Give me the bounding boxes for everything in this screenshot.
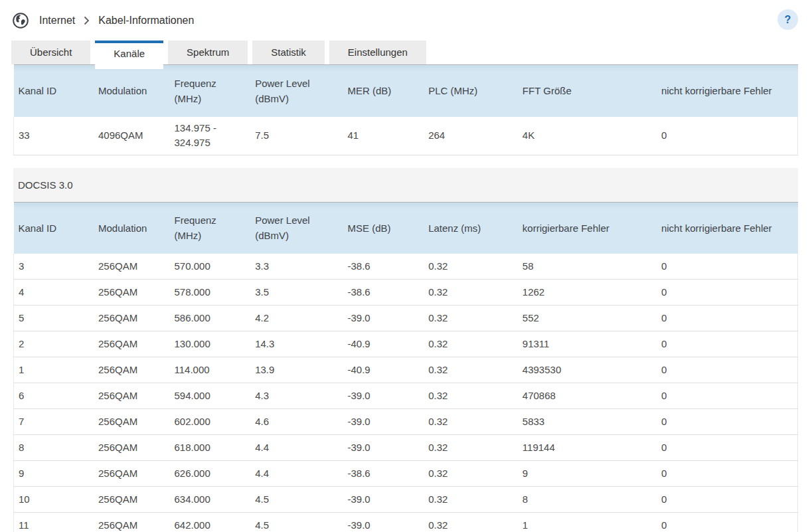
cell: 0 bbox=[657, 357, 798, 383]
table-row: 8256QAM618.0004.4-39.00.321191440 bbox=[14, 435, 798, 461]
cell: 256QAM bbox=[94, 331, 170, 357]
cell: 91311 bbox=[518, 331, 657, 357]
column-header: Kanal ID bbox=[14, 65, 94, 117]
cell: 1262 bbox=[518, 280, 657, 306]
cell: 0 bbox=[657, 435, 798, 461]
cell: 0.32 bbox=[424, 383, 518, 409]
cell: 256QAM bbox=[94, 254, 170, 280]
cell: -39.0 bbox=[343, 409, 424, 435]
tab-kanaele[interactable]: Kanäle bbox=[95, 41, 163, 69]
docsis30-table-header: Kanal IDModulationFrequenz (MHz)Power Le… bbox=[14, 203, 798, 254]
cell: 256QAM bbox=[94, 280, 170, 306]
cell: 602.000 bbox=[170, 409, 251, 435]
cell: 10 bbox=[14, 487, 94, 513]
cell: 1 bbox=[14, 357, 94, 383]
column-header: Power Level (dBmV) bbox=[250, 203, 343, 254]
cell: 14.3 bbox=[250, 331, 343, 357]
cell: 570.000 bbox=[170, 254, 251, 280]
table-row: 6256QAM594.0004.3-39.00.324708680 bbox=[14, 383, 798, 409]
cell: 119144 bbox=[518, 435, 657, 461]
cell: -39.0 bbox=[343, 487, 424, 513]
cell: -39.0 bbox=[343, 383, 424, 409]
docsis30-table: Kanal IDModulationFrequenz (MHz)Power Le… bbox=[13, 202, 798, 532]
page-title: Kabel-Informationen bbox=[98, 15, 194, 27]
cell: 256QAM bbox=[94, 306, 170, 331]
cell: 0 bbox=[657, 306, 798, 331]
table-row: 7256QAM602.0004.6-39.00.3258330 bbox=[14, 409, 798, 435]
cell: -39.0 bbox=[343, 513, 424, 532]
breadcrumb-section[interactable]: Internet bbox=[39, 15, 75, 27]
column-header: Modulation bbox=[94, 65, 170, 117]
docsis31-table: Kanal IDModulationFrequenz (MHz)Power Le… bbox=[13, 64, 798, 155]
cell: -40.9 bbox=[343, 331, 424, 357]
tab-spektrum[interactable]: Spektrum bbox=[168, 41, 248, 64]
table-row: 2256QAM130.00014.3-40.90.32913110 bbox=[14, 331, 798, 357]
chevron-right-icon bbox=[84, 16, 90, 25]
table-row: Kanal IDModulationFrequenz (MHz)Power Le… bbox=[14, 65, 798, 117]
cell: -38.6 bbox=[343, 280, 424, 306]
cell: 4.6 bbox=[250, 409, 343, 435]
cell: 5 bbox=[14, 306, 94, 331]
column-header: Power Level (dBmV) bbox=[250, 65, 343, 117]
table-row: 11256QAM642.0004.5-39.00.3210 bbox=[14, 513, 798, 532]
cell: 4.4 bbox=[250, 461, 343, 487]
docsis30-table-body: 3256QAM570.0003.3-38.60.325804256QAM578.… bbox=[14, 254, 798, 532]
cell: 256QAM bbox=[94, 409, 170, 435]
cell: 0.32 bbox=[424, 331, 518, 357]
cell: 134.975 - 324.975 bbox=[170, 117, 251, 155]
table-row: Kanal IDModulationFrequenz (MHz)Power Le… bbox=[14, 203, 798, 254]
cell: 4.3 bbox=[250, 383, 343, 409]
cell: 4393530 bbox=[518, 357, 657, 383]
column-header: nicht korrigierbare Fehler bbox=[657, 203, 798, 254]
cell: 7 bbox=[14, 409, 94, 435]
cell: 8 bbox=[518, 487, 657, 513]
column-header: Modulation bbox=[94, 203, 170, 254]
table-row: 4256QAM578.0003.5-38.60.3212620 bbox=[14, 280, 798, 306]
cell: 618.000 bbox=[170, 435, 251, 461]
cell: -39.0 bbox=[343, 435, 424, 461]
docsis31-table-header: Kanal IDModulationFrequenz (MHz)Power Le… bbox=[14, 65, 798, 117]
cell: 3.3 bbox=[250, 254, 343, 280]
tab-einstellungen[interactable]: Einstellungen bbox=[329, 41, 426, 64]
cell: 4.5 bbox=[250, 487, 343, 513]
cell: 2 bbox=[14, 331, 94, 357]
cell: 594.000 bbox=[170, 383, 251, 409]
cell: 7.5 bbox=[250, 117, 343, 155]
cell: 4.2 bbox=[250, 306, 343, 331]
cell: 4096QAM bbox=[94, 117, 170, 155]
column-header: korrigierbare Fehler bbox=[518, 203, 657, 254]
cell: 6 bbox=[14, 383, 94, 409]
tab-statistik[interactable]: Statistik bbox=[252, 41, 325, 64]
cell: 0.32 bbox=[424, 357, 518, 383]
page-header: Internet Kabel-Informationen ? bbox=[0, 0, 812, 41]
column-header: nicht korrigierbare Fehler bbox=[657, 65, 798, 117]
cell: 0.32 bbox=[424, 487, 518, 513]
cell: 0 bbox=[657, 487, 798, 513]
cell: 0.32 bbox=[424, 280, 518, 306]
cell: 0 bbox=[657, 331, 798, 357]
column-header: PLC (MHz) bbox=[424, 65, 518, 117]
cell: 578.000 bbox=[170, 280, 251, 306]
cell: 626.000 bbox=[170, 461, 251, 487]
table-row: 1256QAM114.00013.9-40.90.3243935300 bbox=[14, 357, 798, 383]
cell: 0.32 bbox=[424, 461, 518, 487]
cell: 642.000 bbox=[170, 513, 251, 532]
breadcrumb: Internet Kabel-Informationen bbox=[39, 15, 194, 27]
cell: 256QAM bbox=[94, 435, 170, 461]
cell: 3 bbox=[14, 254, 94, 280]
cell: 0.32 bbox=[424, 254, 518, 280]
table-row: 10256QAM634.0004.5-39.00.3280 bbox=[14, 487, 798, 513]
cell: 634.000 bbox=[170, 487, 251, 513]
tab-uebersicht[interactable]: Übersicht bbox=[11, 41, 90, 64]
table-row: 9256QAM626.0004.4-38.60.3290 bbox=[14, 461, 798, 487]
cell: 0 bbox=[657, 280, 798, 306]
globe-icon bbox=[12, 12, 29, 29]
section-docsis30: DOCSIS 3.0 bbox=[13, 168, 798, 202]
content: Kanal IDModulationFrequenz (MHz)Power Le… bbox=[13, 64, 798, 532]
cell: 256QAM bbox=[94, 461, 170, 487]
cell: 552 bbox=[518, 306, 657, 331]
help-button[interactable]: ? bbox=[777, 9, 798, 30]
column-header: FFT Größe bbox=[518, 65, 657, 117]
table-row: 334096QAM134.975 - 324.9757.5412644K0 bbox=[14, 117, 798, 155]
cell: 1 bbox=[518, 513, 657, 532]
